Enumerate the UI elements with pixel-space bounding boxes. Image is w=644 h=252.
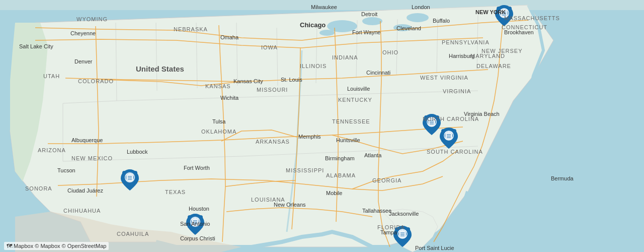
openstreetmap-credit: © Mapbox © OpenStreetMap bbox=[35, 243, 106, 249]
map-attribution: 🗺 Mapbox © Mapbox © OpenStreetMap bbox=[4, 242, 109, 250]
marker-florida[interactable] bbox=[393, 226, 412, 247]
svg-point-2 bbox=[362, 17, 382, 25]
mapbox-logo: 🗺 Mapbox bbox=[7, 243, 33, 249]
marker-houston-antonio[interactable] bbox=[186, 214, 204, 235]
marker-carolina1[interactable] bbox=[423, 114, 441, 135]
marker-new-york[interactable] bbox=[495, 5, 513, 26]
map-background bbox=[0, 0, 644, 252]
map-container: Chicago United States Milwaukee Detroit … bbox=[0, 0, 644, 252]
svg-point-5 bbox=[319, 30, 335, 36]
marker-el-paso[interactable] bbox=[121, 169, 139, 191]
svg-point-4 bbox=[407, 13, 429, 22]
svg-rect-21 bbox=[0, 0, 644, 10]
marker-carolina2[interactable] bbox=[440, 128, 458, 149]
